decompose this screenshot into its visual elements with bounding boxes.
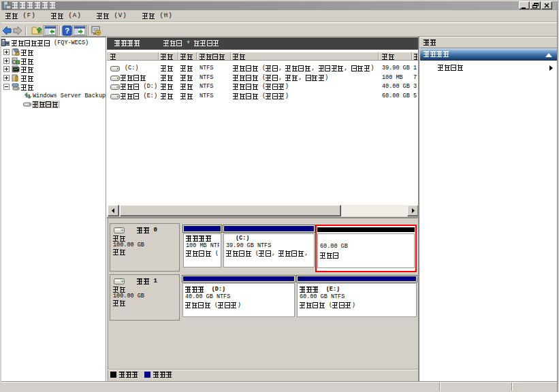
svg-text:?: ? (65, 27, 69, 35)
